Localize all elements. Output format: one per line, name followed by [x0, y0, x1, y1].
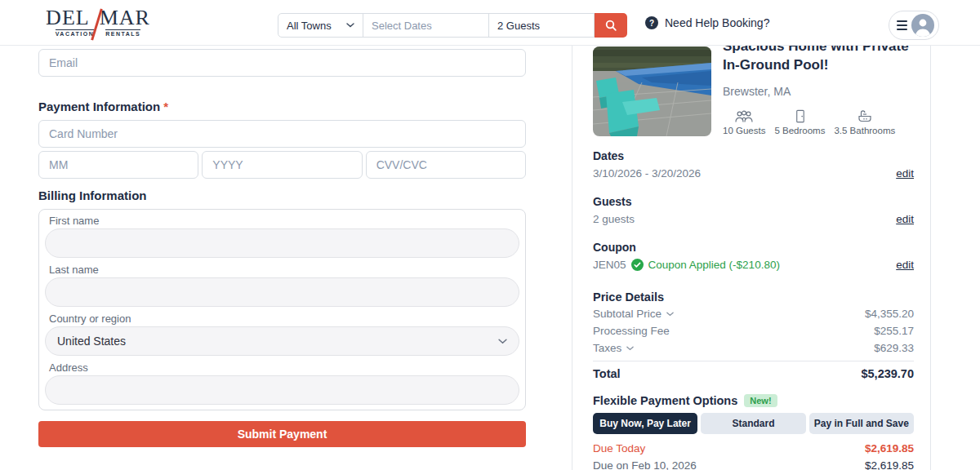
- property-location: Brewster, MA: [723, 85, 914, 98]
- stat-guests-label: 10 Guests: [723, 126, 765, 135]
- coupon-code: JEN05: [593, 259, 626, 271]
- country-select-value: United States: [57, 335, 126, 348]
- chevron-down-icon: [498, 339, 507, 344]
- required-asterisk: *: [163, 100, 168, 113]
- search-button[interactable]: [595, 13, 627, 38]
- guests-heading: Guests: [593, 195, 635, 208]
- payment-information-heading: Payment Information *: [38, 100, 526, 113]
- payment-heading-text: Payment Information: [38, 100, 160, 113]
- cvv-field[interactable]: [366, 151, 526, 179]
- payment-option-tabs: Buy Now, Pay Later Standard Pay in Full …: [593, 413, 914, 434]
- top-nav-bar: DEL MAR VACATION RENTALS All Towns Selec…: [0, 0, 980, 46]
- booking-summary-card: Spacious Home with Private In-Ground Poo…: [572, 0, 931, 470]
- total-value: $5,239.70: [861, 367, 914, 380]
- guests-value: 2 guests: [593, 213, 635, 225]
- submit-payment-button[interactable]: Submit Payment: [38, 421, 526, 447]
- guests-section: Guests 2 guests edit: [593, 195, 914, 225]
- last-name-field[interactable]: [45, 277, 519, 307]
- price-row-taxes-label: Taxes: [593, 342, 621, 355]
- coupon-heading: Coupon: [593, 241, 780, 254]
- towns-select-value: All Towns: [287, 20, 332, 32]
- chevron-down-icon[interactable]: [666, 312, 674, 317]
- avatar-icon: [911, 14, 934, 37]
- need-help-link[interactable]: ? Need Help Booking?: [645, 16, 769, 29]
- logo-sub-vacation: VACATION: [56, 29, 95, 37]
- first-name-label: First name: [49, 215, 519, 227]
- edit-dates-link[interactable]: edit: [896, 167, 914, 180]
- flexible-payment-heading-row: Flexible Payment Options New!: [593, 394, 914, 407]
- guests-input[interactable]: 2 Guests: [488, 13, 595, 38]
- country-group: Country or region United States: [45, 313, 519, 356]
- search-icon: [604, 19, 617, 32]
- stat-bedrooms-label: 5 Bedrooms: [774, 126, 825, 135]
- hamburger-icon: [897, 20, 907, 30]
- first-name-field[interactable]: [45, 228, 519, 258]
- country-select[interactable]: United States: [45, 326, 519, 356]
- due-today-label: Due Today: [593, 442, 645, 454]
- coupon-status: JEN05 Coupon Applied (-$210.80): [593, 259, 780, 271]
- dates-placeholder: Select Dates: [372, 20, 432, 32]
- towns-select[interactable]: All Towns: [278, 13, 363, 38]
- property-stats: 10 Guests 5 Bedrooms: [723, 109, 914, 135]
- guests-icon: [734, 109, 754, 123]
- address-label: Address: [49, 361, 519, 374]
- stat-bathrooms-label: 3.5 Bathrooms: [834, 126, 895, 135]
- total-row: Total $5,239.70: [593, 361, 914, 380]
- card-number-field[interactable]: [38, 120, 526, 148]
- bedrooms-icon: [793, 109, 807, 123]
- price-row-taxes: Taxes $629.33: [593, 342, 914, 355]
- last-name-group: Last name: [45, 264, 519, 307]
- email-field[interactable]: [38, 49, 526, 77]
- need-help-label: Need Help Booking?: [665, 16, 769, 29]
- stat-bedrooms: 5 Bedrooms: [774, 109, 825, 135]
- coupon-section: Coupon JEN05 Coupon Applied (-$210.80) e…: [593, 241, 914, 271]
- price-row-subtotal: Subtotal Price $4,355.20: [593, 308, 914, 321]
- dates-heading: Dates: [593, 149, 701, 162]
- address-group: Address: [45, 361, 519, 405]
- total-label: Total: [593, 367, 621, 380]
- price-row-subtotal-label: Subtotal Price: [593, 308, 662, 321]
- billing-address-box: First name Last name Country or region U…: [38, 209, 526, 410]
- price-details-heading: Price Details: [593, 290, 914, 304]
- edit-coupon-link[interactable]: edit: [896, 259, 914, 271]
- new-badge: New!: [744, 394, 777, 407]
- card-expiry-row: [38, 151, 526, 179]
- stat-bathrooms: 3.5 Bathrooms: [834, 109, 895, 135]
- due-later-row: Due on Feb 10, 2026 $2,619.85: [593, 459, 914, 470]
- dates-section: Dates 3/10/2026 - 3/20/2026 edit: [593, 149, 914, 180]
- due-later-label: Due on Feb 10, 2026: [593, 459, 697, 470]
- logo-word-del: DEL: [46, 7, 90, 29]
- checkout-form: Payment Information * Billing Informatio…: [38, 49, 526, 447]
- logo-word-mar: MAR: [100, 7, 150, 29]
- delmar-logo[interactable]: DEL MAR VACATION RENTALS: [49, 7, 147, 37]
- property-row: Spacious Home with Private In-Ground Poo…: [593, 37, 914, 136]
- chevron-down-icon[interactable]: [626, 346, 634, 351]
- guests-input-value: 2 Guests: [497, 20, 540, 32]
- check-circle-icon: [631, 259, 644, 271]
- billing-information-heading: Billing Information: [38, 188, 526, 202]
- price-row-subtotal-value: $4,355.20: [865, 308, 914, 321]
- tab-standard[interactable]: Standard: [701, 413, 805, 434]
- logo-sub-rentals: RENTALS: [105, 29, 140, 37]
- first-name-group: First name: [45, 215, 519, 258]
- bathrooms-icon: [857, 109, 873, 123]
- price-row-fee-label: Processing Fee: [593, 325, 670, 338]
- search-bar: All Towns Select Dates 2 Guests: [278, 13, 627, 38]
- edit-guests-link[interactable]: edit: [896, 213, 914, 225]
- question-mark-icon: ?: [645, 16, 658, 29]
- address-field[interactable]: [45, 375, 519, 405]
- account-menu-button[interactable]: [889, 11, 939, 40]
- tab-buy-now-pay-later[interactable]: Buy Now, Pay Later: [593, 413, 697, 434]
- dates-value: 3/10/2026 - 3/20/2026: [593, 167, 701, 180]
- property-info: Spacious Home with Private In-Ground Poo…: [723, 37, 914, 136]
- flexible-payment-heading: Flexible Payment Options: [593, 394, 737, 407]
- expiry-year-field[interactable]: [202, 151, 362, 179]
- price-row-taxes-value: $629.33: [874, 342, 914, 355]
- coupon-applied-text: Coupon Applied (-$210.80): [648, 259, 780, 271]
- tab-pay-in-full[interactable]: Pay in Full and Save: [809, 413, 914, 434]
- last-name-label: Last name: [49, 264, 519, 276]
- stat-guests: 10 Guests: [723, 109, 765, 135]
- dates-input[interactable]: Select Dates: [363, 13, 489, 38]
- country-label: Country or region: [49, 313, 519, 325]
- expiry-month-field[interactable]: [38, 151, 198, 179]
